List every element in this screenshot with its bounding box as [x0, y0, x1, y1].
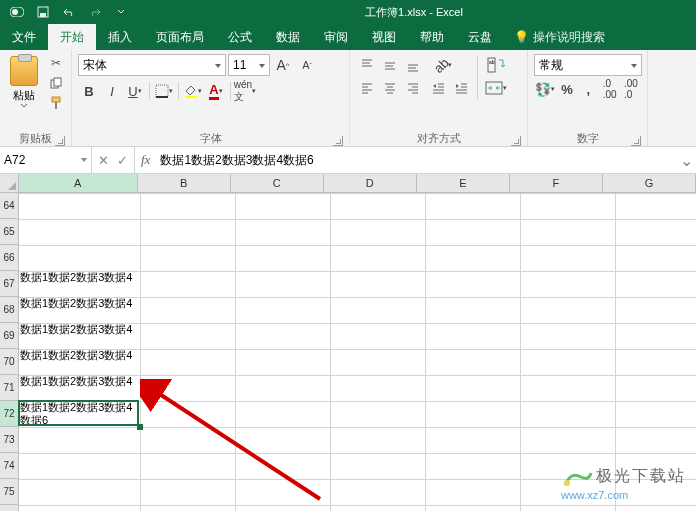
row-header-73[interactable]: 73 — [0, 427, 18, 453]
tab-insert[interactable]: 插入 — [96, 24, 144, 50]
column-header-E[interactable]: E — [417, 174, 510, 192]
cells-container[interactable]: 数据1数据2数据3数据4数据1数据2数据3数据4数据1数据2数据3数据4数据1数… — [19, 193, 696, 511]
cell-A70[interactable]: 数据1数据2数据3数据4 — [19, 349, 138, 375]
row-header-64[interactable]: 64 — [0, 193, 18, 219]
cell-A68[interactable]: 数据1数据2数据3数据4 — [19, 297, 138, 323]
italic-button[interactable]: I — [101, 80, 123, 102]
cell-A69[interactable]: 数据1数据2数据3数据4 — [19, 323, 138, 349]
fill-color-button[interactable]: ▾ — [182, 80, 204, 102]
expand-formula-bar[interactable]: ⌄ — [676, 147, 696, 173]
clipboard-dialog-launcher[interactable] — [55, 136, 65, 146]
align-middle-button[interactable] — [379, 54, 401, 76]
alignment-dialog-launcher[interactable] — [511, 136, 521, 146]
tell-me-search[interactable]: 💡 操作说明搜索 — [514, 24, 605, 50]
column-headers[interactable]: ABCDEFG — [19, 174, 696, 193]
copy-button[interactable] — [46, 74, 66, 92]
increase-decimal-button[interactable]: .0.00 — [600, 78, 620, 100]
wrap-text-button[interactable]: ab — [482, 54, 510, 76]
tab-pagelayout[interactable]: 页面布局 — [144, 24, 216, 50]
increase-indent-button[interactable] — [451, 77, 473, 99]
phonetic-button[interactable]: wén文▾ — [234, 80, 256, 102]
row-header-75[interactable]: 75 — [0, 479, 18, 505]
name-box[interactable]: A72 — [0, 147, 92, 173]
decrease-decimal-button[interactable]: .00.0 — [621, 78, 641, 100]
number-group-label: 数字 — [577, 131, 599, 146]
svg-text:ab: ab — [489, 59, 495, 65]
tab-view[interactable]: 视图 — [360, 24, 408, 50]
column-header-A[interactable]: A — [19, 174, 138, 192]
tab-cloud[interactable]: 云盘 — [456, 24, 504, 50]
number-dialog-launcher[interactable] — [631, 136, 641, 146]
orientation-button[interactable]: ab▾ — [428, 54, 458, 76]
fill-handle[interactable] — [137, 424, 143, 430]
comma-button[interactable]: , — [578, 78, 598, 100]
font-size-combo[interactable]: 11 — [228, 54, 270, 76]
svg-rect-6 — [52, 97, 60, 102]
column-header-G[interactable]: G — [603, 174, 696, 192]
percent-button[interactable]: % — [557, 78, 577, 100]
fx-icon[interactable]: fx — [135, 147, 156, 173]
font-color-button[interactable]: A▾ — [205, 80, 227, 102]
column-header-D[interactable]: D — [324, 174, 417, 192]
row-header-66[interactable]: 66 — [0, 245, 18, 271]
bold-button[interactable]: B — [78, 80, 100, 102]
row-header-67[interactable]: 67 — [0, 271, 18, 297]
cell-grid[interactable]: ABCDEFG 6465666768697071727374757677 数据1… — [0, 174, 696, 511]
border-button[interactable]: ▾ — [153, 80, 175, 102]
formula-input[interactable] — [156, 147, 676, 173]
underline-button[interactable]: U▾ — [124, 80, 146, 102]
cell-A71[interactable]: 数据1数据2数据3数据4 — [19, 375, 138, 401]
alignment-group-label: 对齐方式 — [417, 131, 461, 146]
cell-A67[interactable]: 数据1数据2数据3数据4 — [19, 271, 138, 297]
row-header-76[interactable]: 76 — [0, 505, 18, 511]
undo-icon[interactable] — [58, 2, 80, 22]
row-header-70[interactable]: 70 — [0, 349, 18, 375]
tab-formulas[interactable]: 公式 — [216, 24, 264, 50]
font-name-combo[interactable]: 宋体 — [78, 54, 226, 76]
column-header-B[interactable]: B — [138, 174, 231, 192]
currency-icon: 💱 — [535, 82, 551, 97]
row-header-65[interactable]: 65 — [0, 219, 18, 245]
merge-button[interactable]: ▾ — [482, 77, 510, 99]
decrease-font-button[interactable]: Aˇ — [296, 54, 318, 76]
format-painter-button[interactable] — [46, 94, 66, 112]
align-right-button[interactable] — [402, 77, 424, 99]
align-left-button[interactable] — [356, 77, 378, 99]
font-dialog-launcher[interactable] — [333, 136, 343, 146]
align-center-icon — [383, 81, 397, 95]
cut-button[interactable]: ✂ — [46, 54, 66, 72]
cancel-formula-icon[interactable]: ✕ — [98, 153, 109, 168]
tab-help[interactable]: 帮助 — [408, 24, 456, 50]
increase-font-button[interactable]: A^ — [272, 54, 294, 76]
italic-icon: I — [110, 84, 114, 99]
row-header-71[interactable]: 71 — [0, 375, 18, 401]
row-header-74[interactable]: 74 — [0, 453, 18, 479]
accounting-format-button[interactable]: 💱▾ — [534, 78, 556, 100]
tab-data[interactable]: 数据 — [264, 24, 312, 50]
row-header-72[interactable]: 72 — [0, 401, 18, 427]
save-icon[interactable] — [32, 2, 54, 22]
row-header-68[interactable]: 68 — [0, 297, 18, 323]
row-header-69[interactable]: 69 — [0, 323, 18, 349]
row-headers[interactable]: 6465666768697071727374757677 — [0, 193, 19, 511]
accept-formula-icon[interactable]: ✓ — [117, 153, 128, 168]
svg-rect-8 — [156, 85, 168, 97]
group-alignment: ab▾ ab ▾ 对齐方式 — [350, 50, 528, 146]
tab-file[interactable]: 文件 — [0, 24, 48, 50]
tab-home[interactable]: 开始 — [48, 24, 96, 50]
merge-icon — [485, 81, 503, 95]
tab-review[interactable]: 审阅 — [312, 24, 360, 50]
column-header-C[interactable]: C — [231, 174, 324, 192]
align-bottom-button[interactable] — [402, 54, 424, 76]
column-header-F[interactable]: F — [510, 174, 603, 192]
paste-button[interactable]: 粘贴 — [4, 52, 44, 108]
autosave-toggle[interactable] — [6, 2, 28, 22]
align-center-button[interactable] — [379, 77, 401, 99]
select-all-corner[interactable] — [0, 174, 19, 193]
redo-icon[interactable] — [84, 2, 106, 22]
decrease-indent-button[interactable] — [428, 77, 450, 99]
scissors-icon: ✂ — [51, 56, 61, 70]
qat-customize-icon[interactable] — [110, 2, 132, 22]
number-format-combo[interactable]: 常规 — [534, 54, 642, 76]
align-top-button[interactable] — [356, 54, 378, 76]
